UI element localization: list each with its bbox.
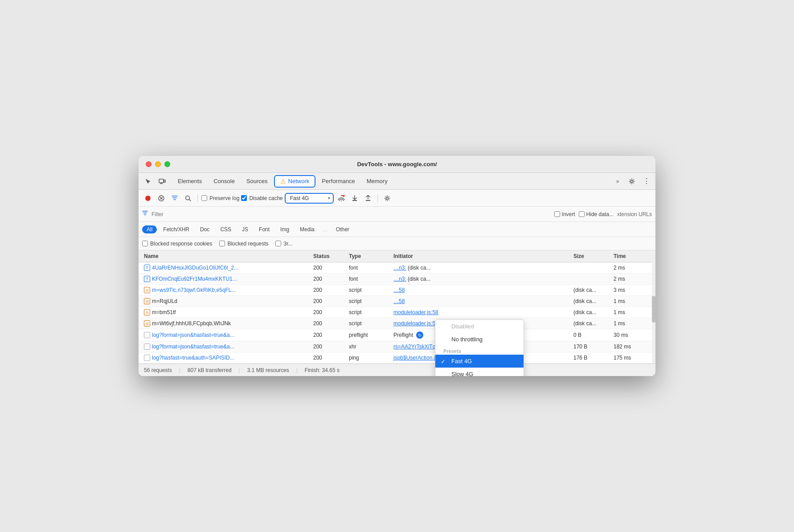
table-row[interactable]: log?format=json&hasfast=true&a... 200 pr… [139,329,655,341]
ping-box-icon [144,355,150,361]
dropdown-item-no-throttling[interactable]: No throttling [435,333,524,346]
device-icon[interactable] [156,176,168,187]
tabs-bar: Elements Console Sources ⚠ Network Perfo… [139,173,655,190]
preserve-log-checkbox[interactable] [201,195,207,201]
toolbar-divider-1 [197,194,198,202]
import-icon[interactable] [349,192,360,204]
type-filter-media[interactable]: Media [295,225,319,233]
blocked-cookies-checkbox[interactable] [142,241,148,246]
close-button[interactable] [146,161,151,167]
filter-input[interactable] [151,211,551,217]
row-type: preflight [347,331,392,339]
search-icon[interactable] [182,192,194,204]
type-filter-all[interactable]: All [142,225,157,233]
initiator-link[interactable]: moduleloader.js:58 [393,309,438,315]
network-settings-icon[interactable] [381,192,393,204]
blocked-cookies-label[interactable]: Blocked response cookies [142,241,212,247]
type-filter-css[interactable]: CSS [216,225,236,233]
font-icon: T [144,265,150,271]
script-icon: ◎ [144,320,150,327]
blocked-third-checkbox[interactable] [275,241,281,246]
more-tabs-icon[interactable]: » [612,176,623,187]
export-icon[interactable] [362,192,374,204]
filter-toggle-icon[interactable] [169,192,180,204]
invert-checkbox[interactable] [554,211,560,217]
dropdown-item-disabled[interactable]: Disabled [435,320,524,333]
initiator-link[interactable]: jspb$UserAction.js: [393,355,439,361]
type-filter-js[interactable]: JS [237,225,253,233]
blocked-requests-label[interactable]: Blocked requests [219,241,268,247]
row-size: 170 B [572,343,612,351]
row-name-cell: ◎ m=RqjULd [142,297,311,305]
row-type: font [347,275,392,283]
type-filter-font[interactable]: Font [254,225,274,233]
clear-button[interactable] [156,192,167,204]
blocked-third-label[interactable]: 3r... [275,241,292,247]
scrollbar-thumb[interactable] [652,296,655,323]
initiator-link[interactable]: …n3: [393,276,406,282]
row-name: m=Wt6vjf,hhhU8,FCpbqb,WhJNk [152,320,231,327]
tab-performance[interactable]: Performance [316,176,360,186]
more-options-icon[interactable]: ⋮ [640,176,652,187]
disable-cache-checkbox-label[interactable]: Disable cache [241,195,282,201]
type-filter-img[interactable]: Img [276,225,294,233]
scrollbar-track [652,250,655,364]
blocked-requests-checkbox[interactable] [219,241,225,246]
row-name: 4UaRrENHsxJlGDuGo1OIlJfC6l_2... [152,265,238,271]
throttle-select-wrapper: Fast 4G No throttling Slow 4G 3G Offline… [285,193,334,204]
table-row[interactable]: log?format=json&hasfast=true&a... 200 xh… [139,341,655,352]
initiator-link[interactable]: moduleloader.js:58 [393,320,438,327]
initiator-link[interactable]: …58 [393,298,405,304]
network-conditions-icon[interactable] [336,192,347,204]
tab-network[interactable]: ⚠ Network [274,175,316,188]
initiator-link[interactable]: …58 [393,287,405,293]
table-row[interactable]: ◎ m=bm51tf 200 script moduleloader.js:58… [139,307,655,318]
minimize-button[interactable] [155,161,161,167]
type-filter-doc[interactable]: Doc [196,225,214,233]
preflight-box-icon [144,332,150,338]
tab-elements[interactable]: Elements [172,176,207,186]
table-row[interactable]: log?hasfast=true&auth=SAPISID... 200 pin… [139,352,655,364]
tab-sources[interactable]: Sources [241,176,273,186]
tab-memory[interactable]: Memory [361,176,393,186]
table-row[interactable]: T KFOmCnqEu92Fr1Mu4mxKKTU1... 200 font …… [139,274,655,285]
row-type: ping [347,354,392,362]
table-row[interactable]: ◎ m=ws9Tlc,n73qwf,GkRiKb,e5qFL... 200 sc… [139,285,655,296]
row-status: 200 [311,286,347,294]
row-initiator: …58 [392,286,572,294]
hide-data-checkbox[interactable] [579,211,585,217]
table-row[interactable]: ◎ m=Wt6vjf,hhhU8,FCpbqb,WhJNk 200 script… [139,318,655,329]
row-status: 200 [311,343,347,351]
preserve-log-checkbox-label[interactable]: Preserve log [201,195,239,201]
row-type: font [347,264,392,272]
table-row[interactable]: ◎ m=RqjULd 200 script …58 (disk ca... 1 … [139,296,655,307]
invert-checkbox-label[interactable]: Invert [554,211,575,217]
dropdown-item-fast4g[interactable]: ✓ Fast 4G [435,355,524,368]
row-time: 1 ms [612,319,652,327]
table-row[interactable]: T 4UaRrENHsxJlGDuGo1OIlJfC6l_2... 200 fo… [139,262,655,274]
script-icon: ◎ [144,287,150,293]
initiator-link[interactable]: …n3: [393,265,406,271]
maximize-button[interactable] [164,161,170,167]
tab-end-icons: » ⋮ [612,176,652,187]
type-filter-fetch-xhr[interactable]: Fetch/XHR [159,225,194,233]
hide-data-checkbox-label[interactable]: Hide data... [579,211,614,217]
tab-console[interactable]: Console [208,176,240,186]
titlebar: DevTools - www.google.com/ [139,156,655,173]
throttle-select[interactable]: Fast 4G No throttling Slow 4G 3G Offline [285,193,334,204]
settings-gear-icon[interactable] [626,176,638,187]
row-time: 1 ms [612,308,652,316]
record-stop-button[interactable] [142,192,154,204]
disable-cache-checkbox[interactable] [241,195,247,201]
row-size: (disk ca... [572,308,612,316]
type-filter-other[interactable]: Other [332,225,354,233]
row-initiator: …n3: (disk ca... [392,264,572,272]
initiator-link[interactable]: rs=AA2YrTskXiTqHl [393,344,441,350]
dropdown-item-slow4g[interactable]: Slow 4G [435,368,524,376]
blocked-bar: Blocked response cookies Blocked request… [139,237,655,250]
content-area: Name Status Type Initiator Size Time T 4… [139,250,655,364]
header-initiator: Initiator [392,252,572,260]
cursor-icon[interactable] [142,176,154,187]
table-body: T 4UaRrENHsxJlGDuGo1OIlJfC6l_2... 200 fo… [139,262,655,364]
row-size [572,267,612,269]
